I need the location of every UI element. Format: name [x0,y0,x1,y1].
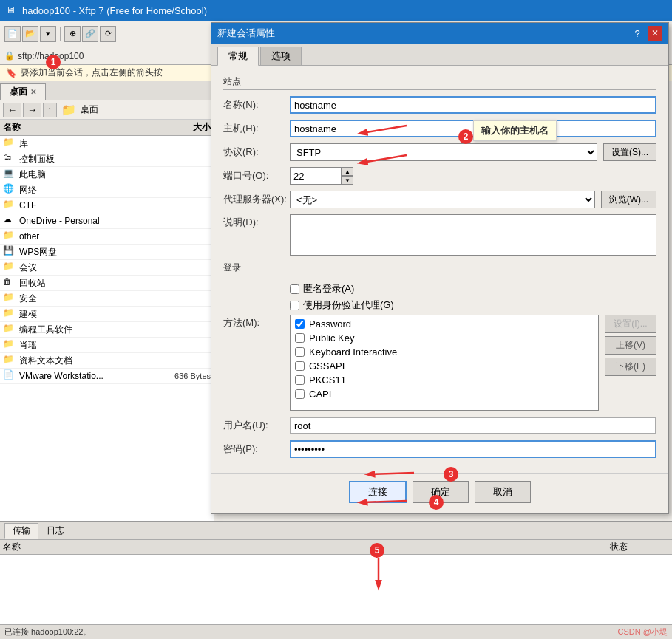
tab-general[interactable]: 常规 [217,47,259,66]
method-pkcs11[interactable]: PKCS11 [292,373,597,387]
port-input[interactable] [290,167,342,185]
name-label: 名称(N): [223,98,290,112]
method-label: 方法(M): [223,316,290,329]
dialog-title-text: 新建会话属性 [217,27,630,40]
method-row: 方法(M): Password Public Key Keyboard I [223,315,656,411]
method-settings-btn[interactable]: 设置(I)... [605,315,656,333]
anonymous-checkbox[interactable] [290,284,299,294]
name-row: 名称(N): [223,96,656,114]
dialog-title-bar: 新建会话属性 ? ✕ [211,23,668,44]
protocol-row: 协议(R): SFTP FTP FTPS 设置(S)... [223,143,656,161]
connect-button[interactable]: 连接 [349,481,407,503]
dialog-footer: 连接 确定 取消 [211,473,668,513]
port-up-btn[interactable]: ▲ [342,167,353,176]
port-down-btn[interactable]: ▼ [342,176,353,185]
dialog-overlay: 新建会话属性 ? ✕ 常规 选项 站点 名称(N): [0,0,672,639]
method-buttons: 设置(I)... 上移(V) 下移(E) [605,315,656,376]
tab-options[interactable]: 选项 [260,47,302,65]
help-button[interactable]: ? [630,26,645,41]
username-label: 用户名(U): [223,419,290,432]
method-publickey-checkbox[interactable] [295,333,305,343]
method-gssapi[interactable]: GSSAPI [292,359,597,373]
login-section-label: 登录 [223,262,656,276]
method-password-checkbox[interactable] [295,319,305,329]
anonymous-label: 匿名登录(A) [303,282,354,295]
anonymous-row: 匿名登录(A) [290,282,656,295]
method-down-btn[interactable]: 下移(E) [605,358,656,376]
desc-label: 说明(D): [223,216,290,229]
dialog-body: 站点 名称(N): 主机(H): 协议(R): SFTP FTP [211,66,668,473]
username-row: 用户名(U): [223,417,656,434]
method-capi-checkbox[interactable] [295,389,305,399]
port-group: ▲ ▼ [290,167,353,185]
port-spinner: ▲ ▼ [342,167,353,185]
protocol-settings-btn[interactable]: 设置(S)... [603,143,656,161]
dialog-new-session: 新建会话属性 ? ✕ 常规 选项 站点 名称(N): [211,22,669,514]
dialog-close-button[interactable]: ✕ [648,26,662,41]
agent-label: 使用身份验证代理(G) [303,298,394,312]
port-label: 端口号(O): [223,169,290,182]
method-capi[interactable]: CAPI [292,387,597,401]
method-gssapi-checkbox[interactable] [295,361,305,371]
method-gssapi-label: GSSAPI [309,360,345,372]
method-list: Password Public Key Keyboard Interactive [290,315,599,411]
password-input[interactable] [290,440,656,458]
watermark: CSDN @小堤 [618,626,668,638]
tab-general-label: 常规 [228,50,248,61]
method-password-label: Password [309,318,351,329]
dialog-tab-strip: 常规 选项 [211,44,668,66]
proxy-select[interactable]: <无> [290,191,595,208]
agent-checkbox[interactable] [290,301,299,310]
name-input[interactable] [290,96,656,114]
ok-button[interactable]: 确定 [413,481,469,503]
method-publickey[interactable]: Public Key [292,331,597,345]
desc-textarea[interactable] [290,214,656,256]
host-label: 主机(H): [223,122,290,135]
port-row: 端口号(O): ▲ ▼ [223,167,656,185]
method-keyboard-label: Keyboard Interactive [309,346,397,358]
method-up-btn[interactable]: 上移(V) [605,336,656,355]
desc-row: 说明(D): [223,214,656,256]
method-keyboard-checkbox[interactable] [295,347,305,357]
protocol-label: 协议(R): [223,146,290,159]
proxy-browse-btn[interactable]: 浏览(W)... [601,191,656,208]
method-password[interactable]: Password [292,317,597,331]
host-row: 主机(H): [223,120,656,137]
password-label: 密码(P): [223,442,290,456]
proxy-row: 代理服务器(X): <无> 浏览(W)... [223,191,656,208]
app-window: 🖥 hadoop100 - Xftp 7 (Free for Home/Scho… [0,0,672,639]
method-capi-label: CAPI [309,389,331,400]
cancel-button[interactable]: 取消 [475,481,531,503]
username-input[interactable] [290,417,656,434]
agent-row: 使用身份验证代理(G) [290,298,656,312]
method-keyboard[interactable]: Keyboard Interactive [292,345,597,359]
host-input[interactable] [290,120,656,137]
method-publickey-label: Public Key [309,332,354,344]
password-row: 密码(P): [223,440,656,458]
site-section-label: 站点 [223,75,656,90]
protocol-select[interactable]: SFTP FTP FTPS [290,143,597,161]
proxy-label: 代理服务器(X): [223,193,290,206]
method-pkcs11-checkbox[interactable] [295,375,305,385]
method-pkcs11-label: PKCS11 [309,375,346,386]
tab-options-label: 选项 [271,50,291,61]
